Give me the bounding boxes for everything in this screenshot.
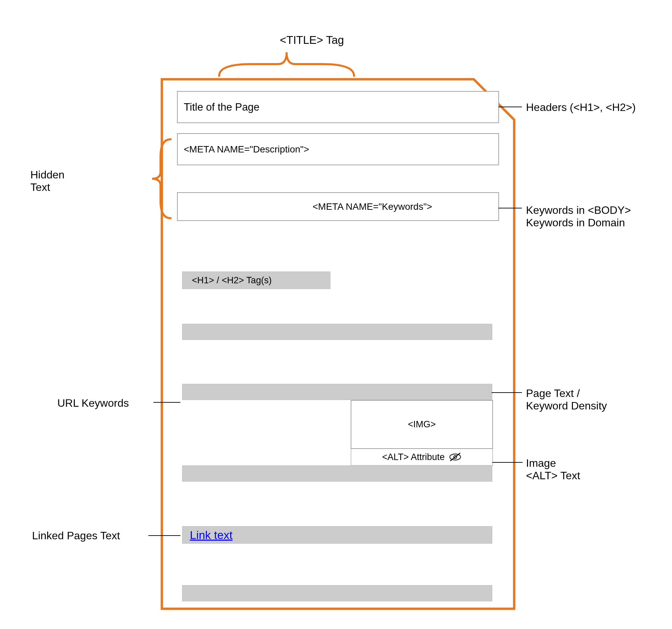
label-headers: Headers (<H1>, <H2>) — [526, 101, 636, 114]
connector — [491, 392, 522, 393]
link-text[interactable]: Link text — [190, 529, 233, 542]
label-hidden-text: Hidden Text — [30, 169, 65, 193]
text-title: Title of the Page — [184, 101, 260, 113]
bar-link: Link text — [182, 526, 492, 544]
brace-title — [216, 47, 357, 77]
label-linked-pages: Linked Pages Text — [32, 530, 120, 542]
box-meta-keywords: <META NAME="Keywords"> — [177, 192, 499, 221]
label-keywords-domain: Keywords in <BODY> Keywords in Domain — [526, 204, 631, 229]
box-alt-attribute: <ALT> Attribute — [351, 449, 493, 466]
label-page-text: Page Text / Keyword Density — [526, 387, 607, 412]
connector — [498, 208, 522, 208]
text-meta-keywords: <META NAME="Keywords"> — [313, 201, 432, 212]
box-img: <IMG> — [351, 400, 493, 449]
label-title-tag: <TITLE> Tag — [280, 34, 344, 47]
box-title: Title of the Page — [177, 91, 499, 123]
brace-hidden-text — [149, 137, 172, 221]
text-img: <IMG> — [408, 419, 436, 430]
bar-text-3 — [182, 465, 492, 482]
connector — [148, 535, 181, 536]
text-alt-attribute: <ALT> Attribute — [382, 452, 445, 462]
text-h1h2: <H1> / <H2> Tag(s) — [192, 275, 272, 286]
image-placeholder-group: <IMG> <ALT> Attribute — [351, 400, 493, 466]
connector — [153, 402, 181, 403]
bar-h1h2: <H1> / <H2> Tag(s) — [182, 272, 331, 289]
label-image-alt-text: Image <ALT> Text — [526, 457, 580, 482]
eye-off-icon — [449, 452, 462, 462]
text-meta-description: <META NAME="Description"> — [184, 144, 309, 155]
box-meta-description: <META NAME="Description"> — [177, 133, 499, 165]
bar-text-2 — [182, 384, 492, 400]
bar-text-1 — [182, 324, 492, 340]
bar-text-4 — [182, 585, 492, 601]
label-url-keywords: URL Keywords — [57, 397, 129, 410]
connector — [498, 107, 522, 107]
connector — [492, 462, 523, 463]
